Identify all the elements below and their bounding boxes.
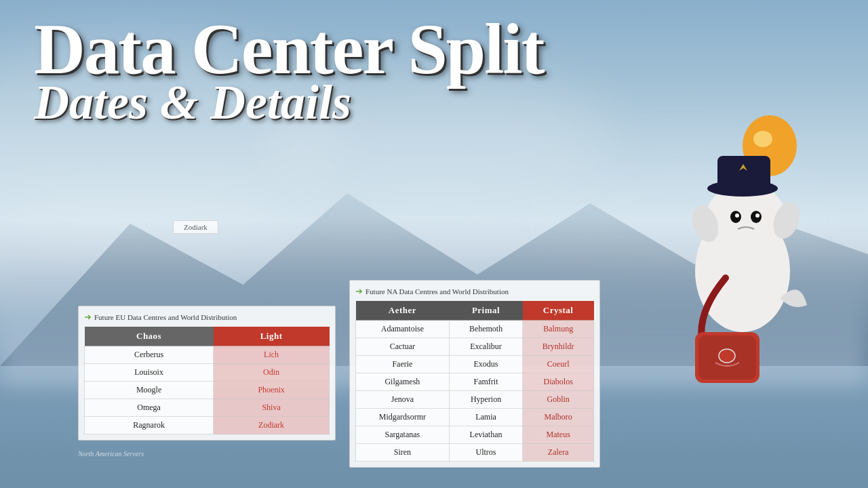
cell-primal: Exodus [449, 356, 523, 373]
na-panel: ➜ Future NA Data Centres and World Distr… [349, 280, 600, 468]
cell-crystal: Malboro [523, 409, 594, 426]
main-title: Data Center Split [34, 14, 544, 85]
svg-point-11 [755, 214, 760, 218]
na-panel-title: Future NA Data Centres and World Distrib… [366, 287, 509, 296]
cell-crystal: Goblin [523, 391, 594, 409]
cell-aether: Midgardsormr [356, 409, 450, 426]
cell-aether: Faerie [356, 356, 450, 373]
table-row: SargatanasLeviathanMateus [356, 426, 594, 444]
svg-point-10 [735, 214, 739, 218]
cell-aether: Cactuar [356, 338, 450, 356]
cell-primal: Famfrit [449, 373, 523, 391]
col-crystal: Crystal [523, 301, 594, 321]
zodiark-label: Zodiark [173, 220, 218, 234]
cell-chaos: Omega [85, 399, 214, 417]
table-row: RagnarokZodiark [85, 417, 330, 434]
mascot-character [637, 108, 827, 393]
eu-panel: ➜ Future EU Data Centres and World Distr… [78, 306, 336, 441]
eu-panel-title: Future EU Data Centres and World Distrib… [94, 313, 237, 321]
eu-panel-header: ➜ Future EU Data Centres and World Distr… [84, 312, 330, 323]
table-row: GilgameshFamfritDiabolos [356, 373, 594, 391]
eu-table: Chaos Light CerberusLichLouisoixOdinMoog… [84, 327, 330, 434]
cell-primal: Ultros [449, 444, 523, 462]
table-row: FaerieExodusCoeurl [356, 356, 594, 373]
col-chaos: Chaos [85, 327, 214, 346]
table-row: CerberusLich [85, 346, 330, 364]
cell-light: Phoenix [214, 382, 330, 399]
cell-crystal: Mateus [523, 426, 594, 444]
cell-chaos: Moogle [85, 382, 214, 399]
na-panel-arrow: ➜ [355, 286, 363, 297]
table-row: MidgardsormrLamiaMalboro [356, 409, 594, 426]
cell-aether: Adamantoise [356, 321, 450, 338]
cell-aether: Jenova [356, 391, 450, 409]
cell-aether: Siren [356, 444, 450, 462]
na-servers-label: North American Servers [78, 450, 144, 458]
cell-light: Zodiark [214, 417, 330, 434]
cell-primal: Leviathan [449, 426, 523, 444]
cell-crystal: Balmung [523, 321, 594, 338]
cell-crystal: Zalera [523, 444, 594, 462]
cell-primal: Excalibur [449, 338, 523, 356]
table-row: CactuarExcaliburBrynhildr [356, 338, 594, 356]
cell-light: Shiva [214, 399, 330, 417]
cell-primal: Hyperion [449, 391, 523, 409]
cell-chaos: Louisoix [85, 364, 214, 382]
table-row: OmegaShiva [85, 399, 330, 417]
cell-crystal: Coeurl [523, 356, 594, 373]
cell-chaos: Ragnarok [85, 417, 214, 434]
table-row: SirenUltrosZalera [356, 444, 594, 462]
table-row: JenovaHyperionGoblin [356, 391, 594, 409]
col-primal: Primal [449, 301, 523, 321]
na-table: Aether Primal Crystal AdamantoiseBehemot… [355, 301, 594, 462]
cell-aether: Sargatanas [356, 426, 450, 444]
svg-rect-6 [717, 156, 770, 191]
cell-light: Odin [214, 364, 330, 382]
title-area: Data Center Split Dates & Details [34, 14, 544, 127]
svg-point-16 [719, 349, 735, 363]
eu-panel-arrow: ➜ [84, 312, 92, 323]
col-aether: Aether [356, 301, 450, 321]
cell-chaos: Cerberus [85, 346, 214, 364]
col-light: Light [214, 327, 330, 346]
table-row: LouisoixOdin [85, 364, 330, 382]
svg-point-1 [753, 131, 772, 147]
table-row: MooglePhoenix [85, 382, 330, 399]
cell-primal: Behemoth [449, 321, 523, 338]
cell-crystal: Brynhildr [523, 338, 594, 356]
na-panel-header: ➜ Future NA Data Centres and World Distr… [355, 286, 594, 297]
cell-aether: Gilgamesh [356, 373, 450, 391]
cell-primal: Lamia [449, 409, 523, 426]
cell-crystal: Diabolos [523, 373, 594, 391]
table-row: AdamantoiseBehemothBalmung [356, 321, 594, 338]
cell-light: Lich [214, 346, 330, 364]
